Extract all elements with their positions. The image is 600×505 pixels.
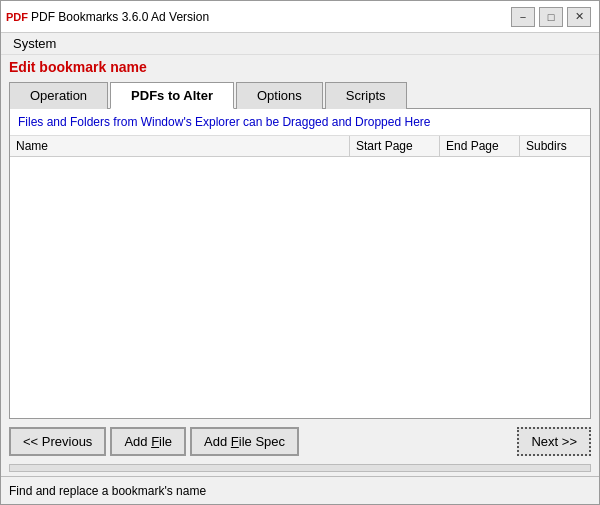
tab-bar: Operation PDFs to Alter Options Scripts bbox=[1, 81, 599, 108]
status-bar: Find and replace a bookmark's name bbox=[1, 476, 599, 504]
column-subdirs: Subdirs bbox=[520, 136, 590, 156]
page-subtitle: Edit bookmark name bbox=[1, 55, 599, 81]
tab-options[interactable]: Options bbox=[236, 82, 323, 109]
close-button[interactable]: ✕ bbox=[567, 7, 591, 27]
previous-button[interactable]: << Previous bbox=[9, 427, 106, 456]
add-file-label: Add File bbox=[124, 434, 172, 449]
bottom-bar: << Previous Add File Add File Spec Next … bbox=[1, 419, 599, 464]
status-text: Find and replace a bookmark's name bbox=[9, 484, 206, 498]
title-bar: PDF PDF Bookmarks 3.6.0 Ad Version − □ ✕ bbox=[1, 1, 599, 33]
table-body bbox=[10, 157, 590, 357]
file-table: Name Start Page End Page Subdirs bbox=[10, 136, 590, 418]
add-file-spec-button[interactable]: Add File Spec bbox=[190, 427, 299, 456]
column-start-page: Start Page bbox=[350, 136, 440, 156]
add-file-spec-label: Add File Spec bbox=[204, 434, 285, 449]
tab-pdfs-to-alter[interactable]: PDFs to Alter bbox=[110, 82, 234, 109]
system-menu[interactable]: System bbox=[5, 34, 64, 53]
drag-drop-hint: Files and Folders from Window's Explorer… bbox=[10, 109, 590, 136]
title-bar-text: PDF Bookmarks 3.6.0 Ad Version bbox=[31, 10, 511, 24]
next-button[interactable]: Next >> bbox=[517, 427, 591, 456]
column-name: Name bbox=[10, 136, 350, 156]
tab-scripts[interactable]: Scripts bbox=[325, 82, 407, 109]
menu-bar: System bbox=[1, 33, 599, 55]
main-window: PDF PDF Bookmarks 3.6.0 Ad Version − □ ✕… bbox=[0, 0, 600, 505]
app-icon: PDF bbox=[9, 9, 25, 25]
progress-bar bbox=[9, 464, 591, 472]
title-bar-controls: − □ ✕ bbox=[511, 7, 591, 27]
maximize-button[interactable]: □ bbox=[539, 7, 563, 27]
minimize-button[interactable]: − bbox=[511, 7, 535, 27]
add-file-button[interactable]: Add File bbox=[110, 427, 186, 456]
column-end-page: End Page bbox=[440, 136, 520, 156]
tab-content: Files and Folders from Window's Explorer… bbox=[9, 108, 591, 419]
table-header: Name Start Page End Page Subdirs bbox=[10, 136, 590, 157]
tab-operation[interactable]: Operation bbox=[9, 82, 108, 109]
